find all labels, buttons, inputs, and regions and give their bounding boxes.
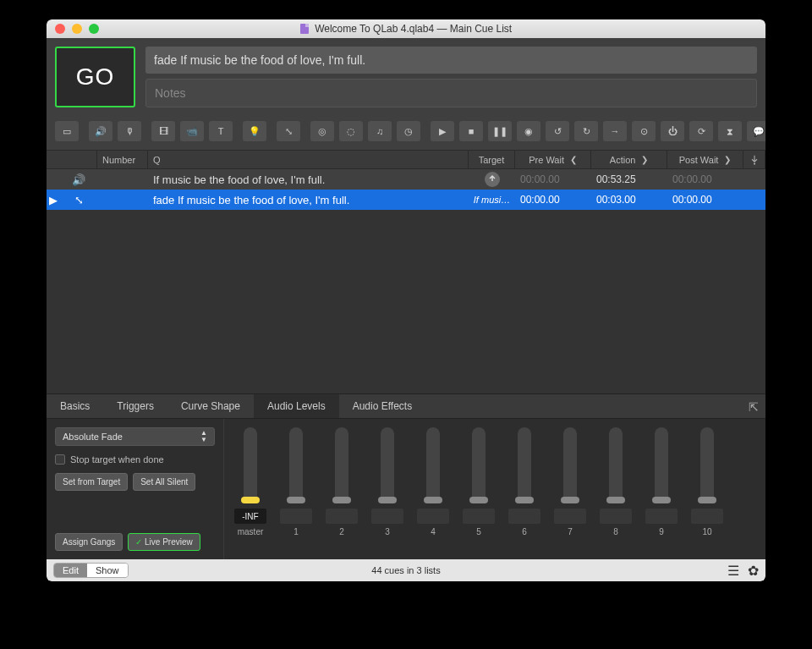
video-icon[interactable]: 🎞 bbox=[151, 121, 175, 141]
slider-track[interactable] bbox=[655, 427, 668, 503]
slider-thumb[interactable] bbox=[241, 497, 260, 503]
level-slider-2[interactable]: 2 bbox=[326, 427, 358, 556]
slider-value[interactable]: -INF bbox=[234, 509, 266, 524]
cue-name[interactable]: fade If music be the food of love, I'm f… bbox=[148, 190, 469, 210]
show-mode-button[interactable]: Show bbox=[87, 564, 128, 577]
fade-icon[interactable]: ⤡ bbox=[277, 121, 300, 141]
col-target[interactable]: Target bbox=[469, 151, 515, 168]
slider-track[interactable] bbox=[381, 427, 394, 503]
popout-icon[interactable]: ⇱ bbox=[749, 400, 759, 414]
slider-thumb[interactable] bbox=[698, 497, 716, 503]
slider-value[interactable] bbox=[326, 509, 358, 524]
slider-track[interactable] bbox=[609, 427, 623, 503]
midi-file-icon[interactable]: ♫ bbox=[368, 121, 392, 141]
notes-input[interactable]: Notes bbox=[145, 79, 757, 107]
level-slider-8[interactable]: 8 bbox=[600, 427, 632, 556]
assign-gangs-button[interactable]: Assign Gangs bbox=[55, 533, 123, 551]
slider-track[interactable] bbox=[563, 427, 577, 503]
slider-value[interactable] bbox=[280, 509, 312, 524]
slider-track[interactable] bbox=[518, 427, 531, 503]
stop-icon[interactable]: ■ bbox=[459, 121, 483, 141]
slider-thumb[interactable] bbox=[652, 497, 671, 503]
col-q[interactable]: Q bbox=[148, 151, 469, 168]
cue-target[interactable]: If musi… bbox=[469, 190, 515, 210]
inspector-tab-basics[interactable]: Basics bbox=[47, 394, 103, 418]
go-button[interactable]: GO bbox=[55, 47, 135, 107]
set-all-silent-button[interactable]: Set All Silent bbox=[133, 473, 195, 491]
cue-postwait[interactable]: 00:00.00 bbox=[667, 190, 743, 210]
audio-icon[interactable]: 🔊 bbox=[89, 121, 112, 141]
cue-target[interactable] bbox=[469, 169, 515, 190]
slider-thumb[interactable] bbox=[469, 497, 488, 503]
go-icon[interactable]: ▶ bbox=[431, 121, 454, 141]
col-number[interactable]: Number bbox=[97, 151, 148, 168]
memo-icon[interactable]: 💬 bbox=[747, 121, 765, 141]
level-slider-3[interactable]: 3 bbox=[371, 427, 403, 556]
cue-list[interactable]: 🔊If music be the food of love, I'm full.… bbox=[47, 169, 765, 210]
goto-icon[interactable]: → bbox=[603, 121, 627, 141]
slider-track[interactable] bbox=[426, 427, 440, 503]
slider-track[interactable] bbox=[244, 427, 257, 503]
load-icon[interactable]: ◉ bbox=[517, 121, 540, 141]
cue-action[interactable]: 00:03.00 bbox=[591, 190, 667, 210]
midi-icon[interactable]: ◌ bbox=[339, 121, 363, 141]
cue-name[interactable]: If music be the food of love, I'm full. bbox=[148, 169, 469, 190]
cue-row[interactable]: 🔊If music be the food of love, I'm full.… bbox=[47, 169, 765, 190]
fade-type-select[interactable]: Absolute Fade ▲▼ bbox=[55, 427, 215, 446]
cue-row[interactable]: ▶⤡fade If music be the food of love, I'm… bbox=[47, 190, 765, 210]
slider-thumb[interactable] bbox=[424, 497, 442, 503]
slider-value[interactable] bbox=[463, 509, 495, 524]
level-slider-6[interactable]: 6 bbox=[508, 427, 540, 556]
inspector-tab-curve-shape[interactable]: Curve Shape bbox=[167, 394, 254, 418]
slider-track[interactable] bbox=[289, 427, 303, 503]
inspector-tab-audio-levels[interactable]: Audio Levels bbox=[254, 394, 339, 418]
close-icon[interactable] bbox=[55, 24, 65, 34]
cue-postwait[interactable]: 00:00.00 bbox=[667, 169, 743, 190]
level-slider-4[interactable]: 4 bbox=[417, 427, 449, 556]
target-icon[interactable]: ⊙ bbox=[632, 121, 656, 141]
slider-thumb[interactable] bbox=[561, 497, 579, 503]
cue-continue[interactable] bbox=[743, 190, 765, 210]
slider-value[interactable] bbox=[371, 509, 403, 524]
slider-value[interactable] bbox=[508, 509, 540, 524]
slider-value[interactable] bbox=[600, 509, 632, 524]
reset-icon[interactable]: ↺ bbox=[546, 121, 569, 141]
edit-mode-button[interactable]: Edit bbox=[54, 564, 87, 577]
slider-value[interactable] bbox=[691, 509, 723, 524]
selected-cue-name-input[interactable]: fade If music be the food of love, I'm f… bbox=[145, 47, 757, 74]
slider-value[interactable] bbox=[645, 509, 678, 524]
col-action[interactable]: Action ❯ bbox=[591, 151, 667, 168]
inspector-tab-audio-effects[interactable]: Audio Effects bbox=[339, 394, 426, 418]
text-icon[interactable]: T bbox=[209, 121, 233, 141]
level-slider-5[interactable]: 5 bbox=[463, 427, 495, 556]
set-from-target-button[interactable]: Set from Target bbox=[55, 473, 128, 491]
mode-segmented[interactable]: Edit Show bbox=[53, 563, 129, 578]
col-arm[interactable] bbox=[743, 151, 765, 168]
minimize-icon[interactable] bbox=[72, 24, 82, 34]
cue-number[interactable] bbox=[97, 190, 148, 210]
col-postwait[interactable]: Post Wait ❯ bbox=[667, 151, 743, 168]
slider-thumb[interactable] bbox=[515, 497, 534, 503]
wait-icon[interactable]: ⧗ bbox=[718, 121, 742, 141]
disarm-icon[interactable]: ⟳ bbox=[689, 121, 713, 141]
settings-icon[interactable]: ✿ bbox=[748, 563, 759, 579]
stop-target-checkbox[interactable]: Stop target when done bbox=[55, 454, 215, 465]
slider-track[interactable] bbox=[472, 427, 486, 503]
light-icon[interactable]: 💡 bbox=[243, 121, 266, 141]
slider-thumb[interactable] bbox=[332, 497, 351, 503]
slider-thumb[interactable] bbox=[287, 497, 305, 503]
timecode-icon[interactable]: ◷ bbox=[397, 121, 420, 141]
cue-list-empty-area[interactable] bbox=[47, 210, 765, 393]
cue-prewait[interactable]: 00:00.00 bbox=[515, 190, 591, 210]
slider-thumb[interactable] bbox=[378, 497, 397, 503]
pause-icon[interactable]: ❚❚ bbox=[488, 121, 512, 141]
inspector-tab-triggers[interactable]: Triggers bbox=[103, 394, 167, 418]
cue-action[interactable]: 00:53.25 bbox=[591, 169, 667, 190]
col-prewait[interactable]: Pre Wait ❮ bbox=[515, 151, 591, 168]
cue-prewait[interactable]: 00:00.00 bbox=[515, 169, 591, 190]
slider-track[interactable] bbox=[700, 427, 714, 503]
camera-icon[interactable]: 📹 bbox=[180, 121, 204, 141]
level-slider-master[interactable]: -INFmaster bbox=[234, 427, 266, 556]
mic-icon[interactable]: 🎙 bbox=[118, 121, 141, 141]
slider-value[interactable] bbox=[417, 509, 449, 524]
